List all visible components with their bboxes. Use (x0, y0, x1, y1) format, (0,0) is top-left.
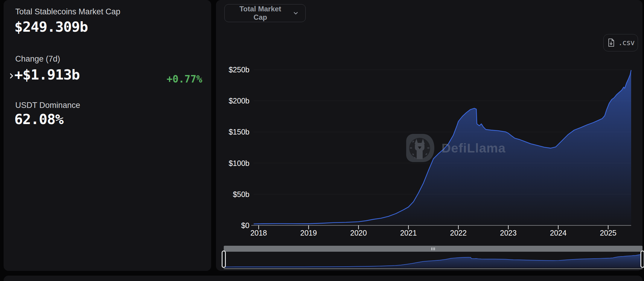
brush-left-handle[interactable] (222, 251, 226, 268)
metric-selector-dropdown[interactable]: Total Market Cap (224, 4, 306, 22)
market-cap-area-chart[interactable] (254, 70, 631, 231)
x-axis-label: 2023 (495, 228, 522, 238)
market-cap-value: $249.309b (14, 19, 88, 35)
x-axis-label: 2018 (245, 228, 272, 238)
brush-right-handle[interactable] (640, 251, 644, 268)
change-7d-label: Change (7d) (15, 54, 60, 64)
time-range-brush[interactable] (224, 246, 643, 269)
area-fill (254, 70, 631, 226)
y-axis-label: $150b (216, 127, 249, 137)
y-axis-label: $200b (216, 96, 249, 106)
market-cap-label: Total Stablecoins Market Cap (15, 7, 120, 17)
change-7d-percent: +0.77% (167, 74, 202, 85)
csv-button-label: .csv (618, 39, 634, 47)
change-7d-value: +$1.913b (14, 66, 80, 83)
x-axis-label: 2024 (545, 228, 572, 238)
drag-grip-icon (431, 248, 435, 250)
chart-panel: Total Market Cap .csv $0$50b$100b$150b$2… (216, 0, 643, 271)
brush-mini-chart[interactable] (224, 252, 643, 269)
x-axis-label: 2021 (395, 228, 422, 238)
metric-selector-label: Total Market Cap (232, 5, 288, 22)
stats-panel: Total Stablecoins Market Cap $249.309b C… (4, 0, 211, 271)
y-axis-label: $100b (216, 158, 249, 168)
x-axis-label: 2025 (595, 228, 622, 238)
next-section-panel (4, 276, 643, 281)
usdt-dominance-label: USDT Dominance (15, 100, 80, 110)
x-axis-label: 2019 (295, 228, 322, 238)
file-download-icon (607, 38, 615, 47)
stablecoins-dashboard: Total Stablecoins Market Cap $249.309b C… (0, 0, 644, 281)
x-axis-label: 2020 (345, 228, 372, 238)
y-axis-label: $0 (216, 221, 249, 230)
chevron-down-icon (293, 10, 299, 16)
y-axis-label: $50b (216, 190, 249, 199)
download-csv-button[interactable]: .csv (603, 34, 638, 51)
usdt-dominance-value: 62.08% (14, 111, 63, 128)
brush-drag-bar[interactable] (224, 246, 643, 252)
x-axis-label: 2022 (445, 228, 472, 238)
y-axis-label: $250b (216, 65, 249, 74)
